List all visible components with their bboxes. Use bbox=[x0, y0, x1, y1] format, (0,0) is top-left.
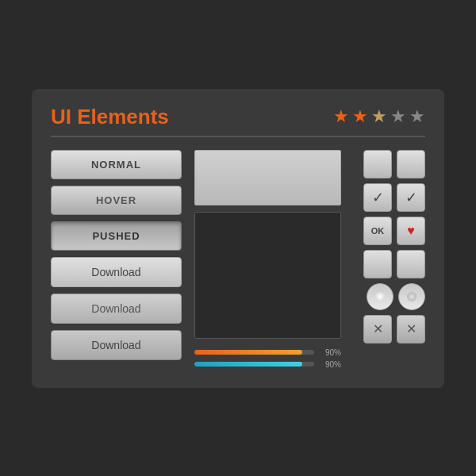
star-5[interactable]: ★ bbox=[409, 106, 425, 127]
progress-label-1: 90% bbox=[319, 348, 341, 357]
cross-button-1[interactable]: ✕ bbox=[363, 315, 392, 344]
button-column: NORMAL HOVER PUSHED Download Download Do… bbox=[51, 150, 182, 369]
progress-label-2: 90% bbox=[319, 360, 341, 369]
progress-fill-teal bbox=[194, 362, 302, 367]
controls-column: ✓ ✓ OK ♥ bbox=[354, 150, 425, 344]
progress-fill-orange bbox=[194, 350, 302, 355]
star-1[interactable]: ★ bbox=[333, 106, 349, 127]
star-3[interactable]: ★ bbox=[371, 106, 387, 127]
row-empty-squares bbox=[354, 150, 425, 178]
row-light-squares bbox=[354, 250, 425, 278]
radio-button-1[interactable] bbox=[367, 283, 393, 310]
radio-inner-1 bbox=[375, 292, 385, 301]
header: UI Elements ★ ★ ★ ★ ★ bbox=[51, 105, 425, 137]
progress-row-2: 90% bbox=[194, 360, 341, 369]
star-2[interactable]: ★ bbox=[352, 106, 368, 127]
checkbox-1[interactable]: ✓ bbox=[363, 183, 392, 212]
download-button-3[interactable]: Download bbox=[51, 330, 182, 360]
progress-track-2 bbox=[194, 362, 314, 367]
radio-inner-2 bbox=[407, 292, 416, 301]
download-button-2[interactable]: Download bbox=[51, 294, 182, 324]
hover-button[interactable]: HOVER bbox=[51, 186, 182, 215]
checkbox-2[interactable]: ✓ bbox=[397, 183, 425, 212]
row-radio-buttons bbox=[354, 283, 425, 310]
heart-button[interactable]: ♥ bbox=[397, 217, 425, 245]
image-placeholder bbox=[194, 150, 341, 205]
row-cross-buttons: ✕ ✕ bbox=[354, 315, 425, 344]
progress-row-1: 90% bbox=[194, 348, 341, 357]
ui-elements-panel: UI Elements ★ ★ ★ ★ ★ NORMAL HOVER PUSHE… bbox=[32, 89, 444, 388]
main-content: NORMAL HOVER PUSHED Download Download Do… bbox=[51, 150, 425, 369]
square-button-4[interactable] bbox=[397, 250, 425, 278]
progress-section: 90% 90% bbox=[194, 348, 341, 369]
page-title: UI Elements bbox=[51, 105, 169, 129]
text-area[interactable] bbox=[194, 212, 341, 339]
radio-button-2[interactable] bbox=[398, 283, 425, 310]
right-column: ✓ ✓ OK ♥ bbox=[354, 150, 425, 369]
row-ok-heart: OK ♥ bbox=[354, 217, 425, 245]
progress-track-1 bbox=[194, 350, 314, 355]
star-4[interactable]: ★ bbox=[390, 106, 406, 127]
star-rating[interactable]: ★ ★ ★ ★ ★ bbox=[333, 106, 425, 127]
pushed-button[interactable]: PUSHED bbox=[51, 221, 182, 251]
cross-button-2[interactable]: ✕ bbox=[397, 315, 425, 344]
ok-button[interactable]: OK bbox=[363, 217, 392, 245]
square-button-3[interactable] bbox=[363, 250, 392, 278]
middle-column: 90% 90% bbox=[194, 150, 341, 369]
square-button-1[interactable] bbox=[363, 150, 392, 178]
download-button-1[interactable]: Download bbox=[51, 257, 182, 287]
row-checkmarks: ✓ ✓ bbox=[354, 183, 425, 212]
normal-button[interactable]: NORMAL bbox=[51, 150, 182, 179]
square-button-2[interactable] bbox=[397, 150, 425, 178]
